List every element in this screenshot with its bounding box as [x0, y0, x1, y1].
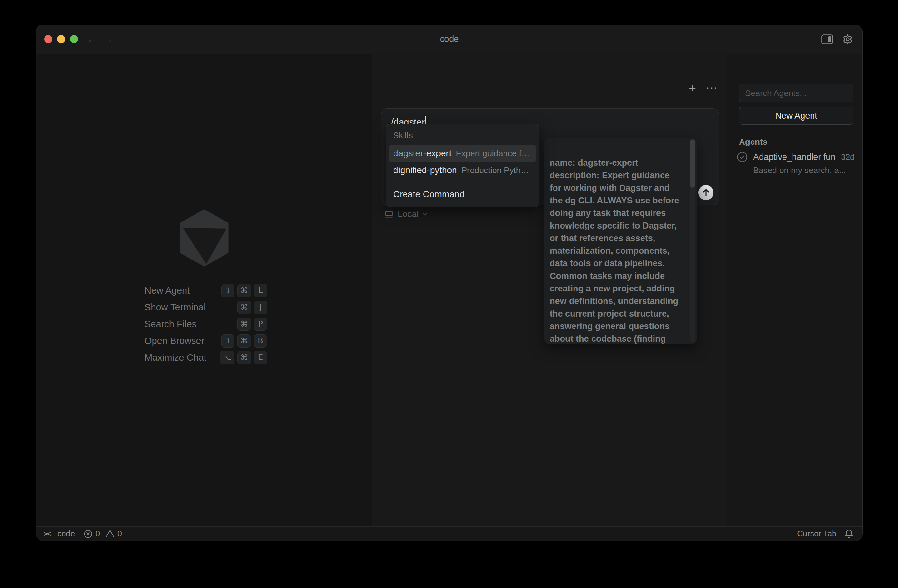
- cursor-logo: [178, 208, 231, 268]
- remote-indicator-icon[interactable]: ><: [43, 529, 49, 538]
- warning-count: 0: [117, 529, 122, 538]
- chat-pane: + ⋯ /dagster ∞ Agent Auto: [372, 54, 726, 527]
- tooltip-scrollbar-thumb[interactable]: [690, 139, 695, 187]
- agents-section-header: Agents: [739, 137, 767, 147]
- window-title: code: [37, 34, 862, 44]
- toggle-panel-icon[interactable]: [821, 33, 833, 46]
- agent-list-item[interactable]: Adaptive_handler fun... 32d Based on my …: [737, 151, 855, 175]
- agent-subtitle: Based on my search, a...: [753, 165, 855, 175]
- shortcut-show-terminal[interactable]: Show Terminal ⌘ J: [145, 299, 267, 316]
- key-cmd: ⌘: [237, 351, 251, 364]
- shortcut-label: New Agent: [145, 285, 190, 296]
- dropdown-item-dignified-python[interactable]: dignified-python Production Python c...: [389, 162, 537, 179]
- laptop-icon: [384, 210, 394, 218]
- title-bar: ← → code: [37, 25, 862, 54]
- key-letter: E: [254, 351, 267, 364]
- key-shift: ⇧: [221, 284, 235, 297]
- search-agents-input[interactable]: [739, 84, 853, 102]
- more-options-icon[interactable]: ⋯: [706, 82, 718, 94]
- problems-indicator[interactable]: 0 0: [83, 529, 122, 539]
- arrow-up-icon: [702, 188, 710, 197]
- tooltip-scrollbar[interactable]: [690, 139, 695, 342]
- shortcut-list: New Agent ⇧ ⌘ L Show Terminal ⌘ J Search: [145, 282, 267, 366]
- new-chat-icon[interactable]: +: [689, 81, 696, 94]
- editor-welcome-pane: New Agent ⇧ ⌘ L Show Terminal ⌘ J Search: [37, 54, 372, 527]
- shortcut-maximize-chat[interactable]: Maximize Chat ⌥ ⌘ E: [145, 349, 267, 366]
- agents-sidebar: New Agent Agents Adaptive_handler fun...…: [726, 54, 862, 527]
- item-description: Expert guidance for wo...: [456, 149, 532, 159]
- dropdown-section-header: Skills: [389, 127, 537, 145]
- shortcut-label: Maximize Chat: [145, 352, 206, 363]
- key-cmd: ⌘: [237, 284, 251, 297]
- dropdown-divider: [389, 182, 537, 182]
- cursor-tab-status[interactable]: Cursor Tab: [797, 529, 836, 538]
- app-window: ← → code: [36, 25, 863, 541]
- error-icon: [83, 529, 93, 539]
- notifications-bell-icon[interactable]: [844, 529, 854, 539]
- create-command-item[interactable]: Create Command: [389, 185, 537, 204]
- settings-gear-icon[interactable]: [841, 33, 854, 46]
- shortcut-search-files[interactable]: Search Files ⌘ P: [145, 316, 267, 332]
- workspace-name[interactable]: code: [57, 529, 75, 538]
- agent-title: Adaptive_handler fun...: [753, 152, 836, 162]
- check-circle-icon: [737, 151, 748, 163]
- key-shift: ⇧: [221, 334, 235, 347]
- skill-description-text: name: dagster-expert description: Expert…: [550, 157, 683, 344]
- rest-text: -expert: [423, 148, 451, 158]
- key-option: ⌥: [220, 351, 235, 364]
- dropdown-item-dagster-expert[interactable]: dagster-expert Expert guidance for wo...: [389, 145, 537, 162]
- item-description: Production Python c...: [461, 165, 532, 175]
- environment-label: Local: [398, 209, 419, 219]
- key-letter: P: [254, 318, 267, 331]
- skill-description-tooltip: name: dagster-expert description: Expert…: [544, 138, 697, 344]
- shortcut-new-agent[interactable]: New Agent ⇧ ⌘ L: [145, 282, 267, 299]
- key-letter: J: [254, 301, 267, 314]
- shortcut-label: Search Files: [145, 319, 197, 330]
- shortcut-open-browser[interactable]: Open Browser ⇧ ⌘ B: [145, 332, 267, 349]
- send-button[interactable]: [698, 185, 713, 200]
- match-text: dagster: [393, 148, 423, 158]
- key-letter: B: [254, 334, 267, 347]
- slash-command-dropdown: Skills dagster-expert Expert guidance fo…: [386, 124, 539, 207]
- new-agent-button[interactable]: New Agent: [739, 107, 853, 125]
- key-cmd: ⌘: [237, 301, 251, 314]
- key-cmd: ⌘: [237, 318, 251, 331]
- key-cmd: ⌘: [237, 334, 251, 347]
- error-count: 0: [95, 529, 100, 538]
- warning-icon: [105, 529, 115, 539]
- key-letter: L: [254, 284, 267, 297]
- shortcut-label: Show Terminal: [145, 302, 206, 313]
- shortcut-label: Open Browser: [145, 336, 204, 346]
- agent-age: 32d: [841, 152, 855, 162]
- chevron-down-icon: [423, 213, 427, 216]
- rest-text: dignified-python: [393, 165, 457, 175]
- status-bar: >< code 0 0 Cursor Tab: [37, 527, 862, 540]
- environment-dropdown[interactable]: Local: [384, 209, 427, 219]
